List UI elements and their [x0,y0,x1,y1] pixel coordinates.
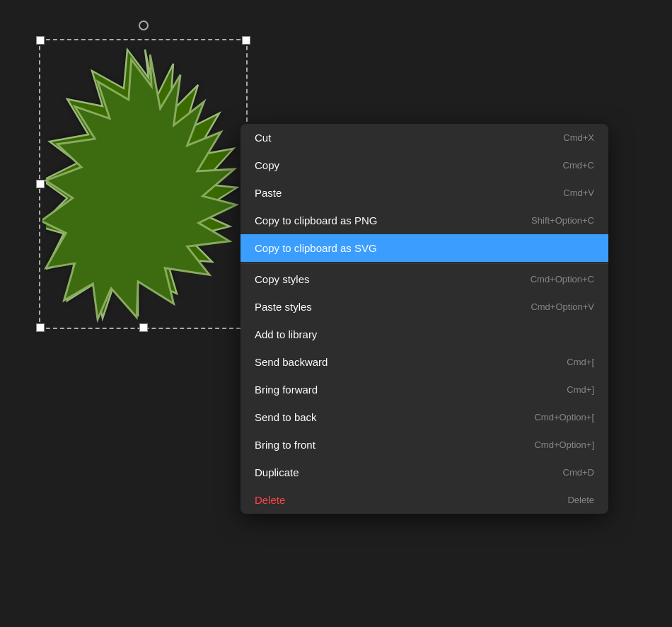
menu-item-send-backward[interactable]: Send backwardCmd+[ [241,348,608,376]
menu-item-bring-forward[interactable]: Bring forwardCmd+] [241,376,608,403]
handle-bottom-left[interactable] [36,323,45,332]
menu-item-send-back[interactable]: Send to backCmd+Option+[ [241,403,608,431]
menu-item-label-bring-front: Bring to front [255,439,315,451]
menu-item-shortcut-cut: Cmd+X [563,132,594,143]
menu-item-label-copy-styles: Copy styles [255,273,310,285]
context-menu: CutCmd+XCopyCmd+CPasteCmd+VCopy to clipb… [241,124,608,514]
menu-item-label-send-back: Send to back [255,411,317,423]
rotate-handle[interactable] [139,21,149,30]
menu-divider-5 [241,263,608,264]
menu-item-shortcut-copy: Cmd+C [563,160,594,171]
menu-item-copy[interactable]: CopyCmd+C [241,151,608,179]
menu-item-shortcut-copy-png: Shift+Option+C [531,215,594,226]
menu-item-label-delete: Delete [255,494,285,506]
menu-item-label-cut: Cut [255,132,271,144]
menu-item-shortcut-bring-forward: Cmd+] [567,384,594,395]
canvas: CutCmd+XCopyCmd+CPasteCmd+VCopy to clipb… [0,0,672,627]
menu-item-duplicate[interactable]: DuplicateCmd+D [241,459,608,486]
menu-item-copy-png[interactable]: Copy to clipboard as PNGShift+Option+C [241,207,608,234]
menu-item-label-send-backward: Send backward [255,356,328,368]
menu-item-shortcut-delete: Delete [567,495,594,505]
menu-item-label-copy: Copy [255,159,279,171]
menu-item-paste[interactable]: PasteCmd+V [241,179,608,207]
handle-top-right[interactable] [242,36,250,45]
menu-item-copy-svg[interactable]: Copy to clipboard as SVG [241,234,608,262]
menu-item-shortcut-paste-styles: Cmd+Option+V [531,301,594,312]
menu-item-bring-front[interactable]: Bring to frontCmd+Option+] [241,431,608,459]
menu-item-paste-styles[interactable]: Paste stylesCmd+Option+V [241,293,608,321]
menu-item-shortcut-duplicate: Cmd+D [563,467,594,478]
menu-item-label-copy-png: Copy to clipboard as PNG [255,214,377,226]
menu-item-label-bring-forward: Bring forward [255,384,318,396]
menu-item-label-copy-svg: Copy to clipboard as SVG [255,242,377,254]
menu-item-shortcut-paste: Cmd+V [563,188,594,198]
menu-item-shortcut-bring-front: Cmd+Option+] [534,439,594,450]
menu-item-shortcut-send-backward: Cmd+[ [567,357,594,367]
menu-item-label-add-library: Add to library [255,328,317,340]
handle-top-left[interactable] [36,36,45,45]
handle-middle-left[interactable] [36,180,45,188]
menu-item-delete[interactable]: DeleteDelete [241,486,608,514]
menu-item-shortcut-copy-styles: Cmd+Option+C [531,274,594,284]
menu-item-shortcut-send-back: Cmd+Option+[ [534,412,594,422]
menu-item-label-paste-styles: Paste styles [255,301,312,313]
menu-item-cut[interactable]: CutCmd+X [241,124,608,151]
handle-bottom-middle[interactable] [139,323,148,332]
selection-box [39,39,248,329]
menu-item-label-duplicate: Duplicate [255,466,299,478]
menu-item-add-library[interactable]: Add to library [241,321,608,348]
menu-item-label-paste: Paste [255,187,282,199]
menu-item-copy-styles[interactable]: Copy stylesCmd+Option+C [241,265,608,293]
